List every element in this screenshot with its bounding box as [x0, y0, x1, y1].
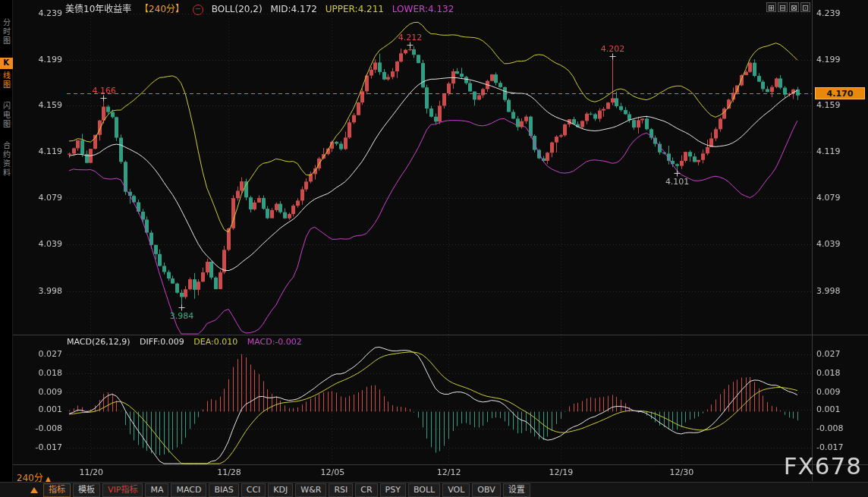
toolbar-item-11[interactable]: VOL	[442, 483, 470, 497]
layout-icons: ⊞⊟⊠⊡	[766, 2, 810, 12]
chart-overlays: 4.2394.2394.1994.1994.1594.1594.1194.119…	[0, 0, 868, 497]
price-axis-label-right: 4.159	[816, 100, 863, 110]
price-axis-label-right: 4.199	[816, 55, 863, 64]
indicator-toolbar: 指标模板VIP指标MAMACDBIASCCIKDJW&RRSICRPSYBOLL…	[0, 482, 868, 497]
date-axis-label: 12/12	[437, 467, 461, 477]
macd-axis-label-right: 0.001	[816, 404, 863, 414]
date-axis-label: 11/20	[79, 467, 103, 477]
chart-annotation: 4.166	[92, 86, 116, 96]
sidebar-active-badge: K	[0, 58, 13, 69]
chart-annotation: 4.202	[601, 44, 625, 54]
boll-upper-value: UPPER:4.211	[326, 4, 384, 14]
price-axis-label-left: 4.239	[15, 8, 62, 18]
price-axis-label-left: 4.079	[15, 193, 62, 203]
price-axis-label-left: 4.159	[15, 100, 62, 110]
macd-header: MACD(26,12,9) DIFF:0.009 DEA:0.010 MACD:…	[67, 337, 309, 347]
toolbar-item-5[interactable]: KDJ	[268, 483, 293, 497]
macd-axis-label-right: 0.027	[816, 349, 863, 359]
price-axis-label-left: 4.119	[15, 146, 62, 156]
macd-axis-label-left: -0.017	[15, 442, 62, 452]
chart-header: 美债10年收益率 【240分】 − BOLL(20,2) MID:4.172 U…	[65, 3, 459, 15]
toolbar-item-4[interactable]: CCI	[241, 483, 266, 497]
toolbar-item-13[interactable]: 设置	[503, 483, 530, 497]
sidebar-item-2[interactable]: 闪电图	[1, 102, 12, 129]
sidebar-item-label: 线图	[2, 71, 11, 90]
date-axis-label: 12/19	[549, 467, 574, 477]
watermark: FX678	[784, 452, 862, 480]
period-tag: 【240分】	[140, 4, 184, 14]
toolbar-item-8[interactable]: CR	[355, 483, 377, 497]
grid-4-pane-icon[interactable]: ⊞	[766, 2, 776, 12]
toolbar-item-2[interactable]: MACD	[171, 483, 206, 497]
macd-axis-label-left: 0.001	[15, 404, 62, 414]
toolbar-item-1[interactable]: MA	[145, 483, 168, 497]
date-axis-label: 12/05	[320, 467, 344, 477]
grid-2-row-icon[interactable]: ⊟	[778, 2, 788, 12]
price-axis-label-left: 4.039	[15, 239, 62, 249]
price-axis-label-left: 3.998	[15, 286, 62, 296]
macd-axis-label-right: -0.008	[816, 423, 863, 433]
price-axis-label-right: 3.998	[816, 286, 863, 296]
grid-2-col-icon[interactable]: ⊠	[789, 2, 799, 12]
current-price-box: 4.170	[815, 87, 865, 99]
trading-terminal: 分时图K线图闪电图合约资料 美债10年收益率 【240分】 − BOLL(20,…	[0, 0, 868, 497]
macd-axis-label-right: 0.018	[816, 368, 863, 378]
sidebar-item-3[interactable]: 合约资料	[1, 141, 12, 178]
sidebar-item-1[interactable]: K线图	[0, 58, 13, 90]
chart-annotation: 4.212	[398, 33, 423, 42]
macd-bar-value: MACD:-0.002	[247, 337, 302, 347]
chart-annotation: 4.101	[665, 177, 690, 187]
chart-type-sidebar: 分时图K线图闪电图合约资料	[0, 0, 13, 497]
toolbar-item-3[interactable]: BIAS	[209, 483, 238, 497]
price-axis-label-left: 4.199	[15, 55, 62, 64]
toolbar-item-10[interactable]: BOLL	[408, 483, 440, 497]
boll-mid-value: MID:4.172	[270, 4, 317, 14]
toolbar-item-9[interactable]: PSY	[380, 483, 406, 497]
price-axis-label-right: 4.239	[816, 8, 863, 18]
macd-axis-label-left: 0.027	[15, 349, 62, 359]
collapse-icon[interactable]: −	[193, 5, 203, 15]
date-axis-label: 12/30	[670, 467, 694, 477]
macd-axis-label-left: -0.008	[15, 423, 62, 433]
toolbar-tab-1[interactable]: 模板	[73, 483, 100, 497]
toolbar-item-0[interactable]: VIP指标	[102, 483, 143, 497]
toolbar-tab-0[interactable]: 指标	[43, 483, 71, 497]
macd-axis-label-left: 0.009	[15, 387, 62, 397]
macd-axis-label-right: -0.017	[816, 442, 863, 452]
price-axis-label-right: 4.079	[816, 193, 863, 203]
sidebar-item-0[interactable]: 分时图	[1, 18, 12, 46]
symbol-title: 美债10年收益率	[65, 4, 131, 14]
price-axis-label-right: 4.039	[816, 239, 863, 249]
price-axis-label-right: 4.119	[816, 146, 863, 156]
boll-label: BOLL(20,2)	[212, 4, 263, 14]
macd-axis-label-left: 0.018	[15, 368, 62, 378]
date-axis-label: 11/28	[217, 467, 241, 477]
chart-annotation: 3.984	[170, 311, 194, 321]
toolbar-item-12[interactable]: OBV	[472, 483, 500, 497]
toolbar-marker-icon	[30, 487, 38, 493]
macd-title: MACD(26,12,9)	[67, 337, 131, 347]
single-pane-icon[interactable]: ⊡	[800, 2, 810, 12]
toolbar-item-6[interactable]: W&R	[295, 483, 326, 497]
macd-diff-value: DIFF:0.009	[140, 337, 184, 347]
macd-axis-label-right: 0.009	[816, 387, 863, 397]
toolbar-item-7[interactable]: RSI	[329, 483, 353, 497]
macd-dea-value: DEA:0.010	[193, 337, 237, 347]
boll-lower-value: LOWER:4.132	[392, 4, 454, 14]
